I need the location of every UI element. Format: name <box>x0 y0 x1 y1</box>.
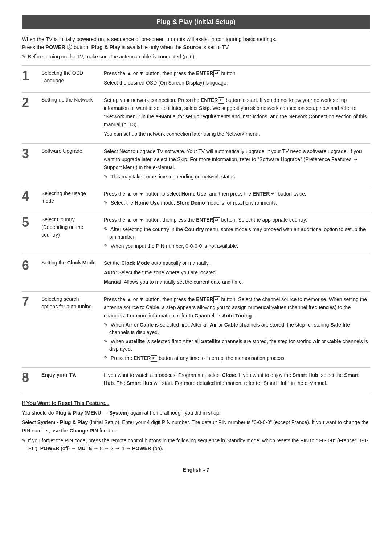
page-title: Plug & Play (Initial Setup) <box>22 15 370 29</box>
step-row-5: 5 Select Country (Depending on the count… <box>22 212 370 255</box>
step-label-8: Enjoy your TV. <box>39 367 101 393</box>
step-number-6: 6 <box>22 255 39 291</box>
note-icon-7c: ✎ <box>104 354 108 362</box>
step-row-8: 8 Enjoy your TV. If you want to watch a … <box>22 367 370 393</box>
step-number-3: 3 <box>22 143 39 186</box>
step-note-7b: When Satellite is selected first: After … <box>109 338 370 353</box>
step-row-3: 3 Software Upgrade Select Next to upgrad… <box>22 143 370 186</box>
step-content-2: Set up your network connection. Press th… <box>101 92 370 143</box>
note-icon: ✎ <box>22 54 26 59</box>
step-number-4: 4 <box>22 186 39 212</box>
step-label-3: Software Upgrade <box>39 143 101 186</box>
step-note-7c: Press the ENTER↵ button at any time to i… <box>109 354 286 362</box>
note-icon-4: ✎ <box>104 199 108 206</box>
step-number-2: 2 <box>22 92 39 143</box>
reset-note-text: If you forget the PIN code, press the re… <box>26 437 370 452</box>
note-icon-3: ✎ <box>104 173 108 180</box>
reset-line2: Select System - Plug & Play (Initial Set… <box>22 418 370 435</box>
step-row-6: 6 Setting the Clock Mode Set the Clock M… <box>22 255 370 291</box>
step-label-5: Select Country (Depending on the country… <box>39 212 101 255</box>
note-icon-reset: ✎ <box>22 437 26 444</box>
step-row-7: 7 Selecting search options for auto tuni… <box>22 291 370 367</box>
step-content-1: Press the ▲ or ▼ button, then press the … <box>101 65 370 92</box>
step-number-8: 8 <box>22 367 39 393</box>
page-footer: English - 7 <box>22 467 370 473</box>
step-content-3: Select Next to upgrade TV software. Your… <box>101 143 370 186</box>
step-row-2: 2 Setting up the Network Set up your net… <box>22 92 370 143</box>
step-number-7: 7 <box>22 291 39 367</box>
step-content-6: Set the Clock Mode automatically or manu… <box>101 255 370 291</box>
step-note-5b: When you input the PIN number, 0-0-0-0 i… <box>109 242 238 250</box>
step-content-5: Press the ▲ or ▼ button, then press the … <box>101 212 370 255</box>
step-label-7: Selecting search options for auto tuning <box>39 291 101 367</box>
step-row-1: 1 Selecting the OSD Language Press the ▲… <box>22 65 370 92</box>
step-number-1: 1 <box>22 65 39 92</box>
step-note-4: Select the Home Use mode. Store Demo mod… <box>109 199 277 207</box>
step-label-4: Selecting the usage mode <box>39 186 101 212</box>
step-number-5: 5 <box>22 212 39 255</box>
step-note-5a: After selecting the country in the Count… <box>109 226 370 241</box>
reset-note: ✎ If you forget the PIN code, press the … <box>22 437 370 452</box>
intro-line1: When the TV is initially powered on, a s… <box>22 35 370 52</box>
step-content-7: Press the ▲ or ▼ button, then press the … <box>101 291 370 367</box>
step-note-7a: When Air or Cable is selected first: Aft… <box>109 321 370 336</box>
note-icon-5a: ✎ <box>104 226 108 233</box>
step-label-6: Setting the Clock Mode <box>39 255 101 291</box>
reset-line1: You should do Plug & Play (MENU → System… <box>22 409 370 417</box>
intro-note: ✎ Before turning on the TV, make sure th… <box>22 54 370 59</box>
step-content-4: Press the ▲ or ▼ button to select Home U… <box>101 186 370 212</box>
step-note-3: This may take some time, depending on ne… <box>109 173 236 181</box>
reset-section: If You Want to Reset This Feature... You… <box>22 400 370 453</box>
note-icon-5b: ✎ <box>104 242 108 250</box>
steps-table: 1 Selecting the OSD Language Press the ▲… <box>22 65 370 393</box>
step-row-4: 4 Selecting the usage mode Press the ▲ o… <box>22 186 370 212</box>
note-icon-7a: ✎ <box>104 321 108 328</box>
step-label-2: Setting up the Network <box>39 92 101 143</box>
note-icon-7b: ✎ <box>104 338 108 345</box>
step-label-1: Selecting the OSD Language <box>39 65 101 92</box>
step-content-8: If you want to watch a broadcast Program… <box>101 367 370 393</box>
reset-title: If You Want to Reset This Feature... <box>22 400 370 406</box>
